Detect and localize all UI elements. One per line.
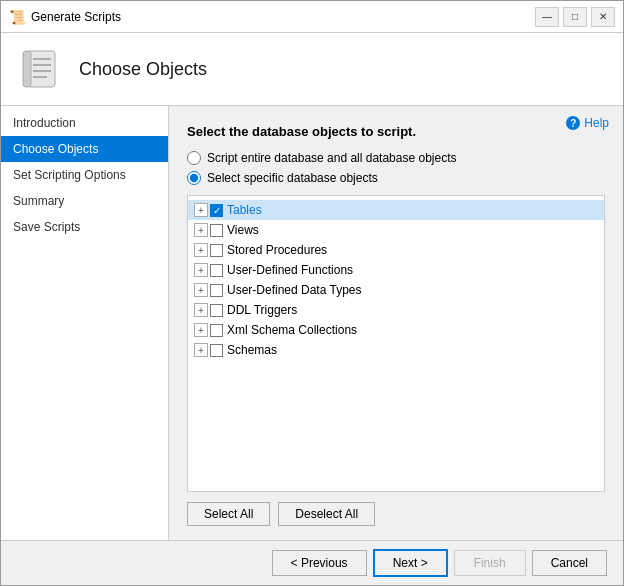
select-buttons-group: Select All Deselect All — [187, 502, 605, 526]
footer: < Previous Next > Finish Cancel — [1, 540, 623, 585]
expand-btn-schemas[interactable]: + — [194, 343, 208, 357]
radio-entire-database[interactable]: Script entire database and all database … — [187, 151, 605, 165]
expand-btn-ddl-triggers[interactable]: + — [194, 303, 208, 317]
checkbox-schemas[interactable] — [210, 344, 223, 357]
main-window: 📜 Generate Scripts — □ ✕ Choose Objects — [0, 0, 624, 586]
expand-btn-user-defined-functions[interactable]: + — [194, 263, 208, 277]
next-button[interactable]: Next > — [373, 549, 448, 577]
radio-entire-database-input[interactable] — [187, 151, 201, 165]
checkbox-views[interactable] — [210, 224, 223, 237]
tree-label-ddl-triggers: DDL Triggers — [227, 303, 297, 317]
expand-btn-views[interactable]: + — [194, 223, 208, 237]
checkbox-stored-procedures[interactable] — [210, 244, 223, 257]
expand-btn-xml-schema-collections[interactable]: + — [194, 323, 208, 337]
previous-button[interactable]: < Previous — [272, 550, 367, 576]
scroll-svg-icon — [19, 47, 63, 91]
svg-rect-1 — [23, 51, 31, 87]
tree-label-schemas: Schemas — [227, 343, 277, 357]
select-all-button[interactable]: Select All — [187, 502, 270, 526]
main-area: Introduction Choose Objects Set Scriptin… — [1, 106, 623, 540]
app-icon: 📜 — [9, 9, 25, 25]
tree-item-tables[interactable]: +✓Tables — [188, 200, 604, 220]
tree-label-tables: Tables — [227, 203, 262, 217]
tree-label-xml-schema-collections: Xml Schema Collections — [227, 323, 357, 337]
tree-item-xml-schema-collections[interactable]: +Xml Schema Collections — [188, 320, 604, 340]
help-label: Help — [584, 116, 609, 130]
checkbox-user-defined-functions[interactable] — [210, 264, 223, 277]
checkbox-tables[interactable]: ✓ — [210, 204, 223, 217]
content-area: ? Help Select the database objects to sc… — [169, 106, 623, 540]
minimize-button[interactable]: — — [535, 7, 559, 27]
sidebar-item-introduction[interactable]: Introduction — [1, 110, 168, 136]
instruction-text: Select the database objects to script. — [187, 124, 605, 139]
checkbox-ddl-triggers[interactable] — [210, 304, 223, 317]
radio-entire-label: Script entire database and all database … — [207, 151, 457, 165]
sidebar-item-choose-objects[interactable]: Choose Objects — [1, 136, 168, 162]
expand-btn-tables[interactable]: + — [194, 203, 208, 217]
tree-label-user-defined-data-types: User-Defined Data Types — [227, 283, 362, 297]
tree-item-stored-procedures[interactable]: +Stored Procedures — [188, 240, 604, 260]
maximize-button[interactable]: □ — [563, 7, 587, 27]
page-title: Choose Objects — [79, 59, 207, 80]
radio-specific-label: Select specific database objects — [207, 171, 378, 185]
title-bar: 📜 Generate Scripts — □ ✕ — [1, 1, 623, 33]
deselect-all-button[interactable]: Deselect All — [278, 502, 375, 526]
header-section: Choose Objects — [1, 33, 623, 106]
window-title: Generate Scripts — [31, 10, 121, 24]
objects-tree[interactable]: +✓Tables+Views+Stored Procedures+User-De… — [187, 195, 605, 492]
tree-label-user-defined-functions: User-Defined Functions — [227, 263, 353, 277]
help-icon: ? — [566, 116, 580, 130]
header-icon — [17, 45, 65, 93]
checkbox-xml-schema-collections[interactable] — [210, 324, 223, 337]
radio-specific-input[interactable] — [187, 171, 201, 185]
tree-item-user-defined-functions[interactable]: +User-Defined Functions — [188, 260, 604, 280]
cancel-button[interactable]: Cancel — [532, 550, 607, 576]
close-button[interactable]: ✕ — [591, 7, 615, 27]
sidebar-item-summary[interactable]: Summary — [1, 188, 168, 214]
finish-button[interactable]: Finish — [454, 550, 526, 576]
sidebar-item-set-scripting-options[interactable]: Set Scripting Options — [1, 162, 168, 188]
checkbox-user-defined-data-types[interactable] — [210, 284, 223, 297]
sidebar: Introduction Choose Objects Set Scriptin… — [1, 106, 169, 540]
tree-label-stored-procedures: Stored Procedures — [227, 243, 327, 257]
tree-item-schemas[interactable]: +Schemas — [188, 340, 604, 360]
tree-label-views: Views — [227, 223, 259, 237]
sidebar-item-save-scripts[interactable]: Save Scripts — [1, 214, 168, 240]
help-link[interactable]: ? Help — [566, 116, 609, 130]
expand-btn-user-defined-data-types[interactable]: + — [194, 283, 208, 297]
radio-specific-objects[interactable]: Select specific database objects — [187, 171, 605, 185]
tree-item-user-defined-data-types[interactable]: +User-Defined Data Types — [188, 280, 604, 300]
title-bar-buttons: — □ ✕ — [535, 7, 615, 27]
expand-btn-stored-procedures[interactable]: + — [194, 243, 208, 257]
tree-item-views[interactable]: +Views — [188, 220, 604, 240]
tree-item-ddl-triggers[interactable]: +DDL Triggers — [188, 300, 604, 320]
title-bar-left: 📜 Generate Scripts — [9, 9, 121, 25]
radio-group: Script entire database and all database … — [187, 151, 605, 185]
